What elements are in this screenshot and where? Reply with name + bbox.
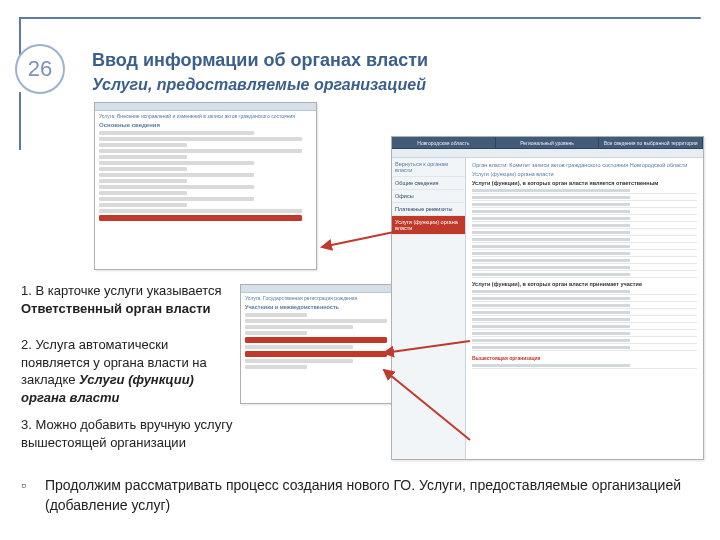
shot2-title: Услуга: Государственная регистрация рожд… bbox=[241, 293, 395, 303]
bottom-paragraph: ▫ Продолжим рассматривать процесс создан… bbox=[21, 476, 700, 515]
top-tabs: Новгородская область Региональный уровен… bbox=[392, 137, 703, 149]
side-rule-bottom bbox=[19, 92, 21, 150]
sidebar-item-payment: Платежные реквизиты bbox=[392, 203, 465, 216]
org-title: Орган власти: Комитет записи актов гражд… bbox=[472, 162, 697, 168]
note-1-bold: Ответственный орган власти bbox=[21, 301, 211, 316]
tab-region: Новгородская область bbox=[392, 137, 496, 148]
shot1-title: Услуга: Внесение исправлений и изменений… bbox=[95, 111, 316, 121]
tab-level: Региональный уровень bbox=[496, 137, 600, 148]
screenshot-service-card: Услуга: Внесение исправлений и изменений… bbox=[94, 102, 317, 270]
sidebar-item-general: Общие сведения bbox=[392, 177, 465, 190]
slide-subtitle: Услуги, предоставляемые организацией bbox=[92, 76, 426, 94]
arrow-1 bbox=[318, 225, 398, 255]
toolbar bbox=[392, 149, 703, 158]
sidebar: Вернуться к органам власти Общие сведени… bbox=[392, 158, 466, 459]
tab-territory: Все сведения по выбранной территории bbox=[599, 137, 703, 148]
screenshot-participants: Услуга: Государственная регистрация рожд… bbox=[240, 284, 396, 404]
group-participates: Услуги (функции), в которых орган власти… bbox=[472, 281, 697, 287]
note-1-text: 1. В карточке услуги указывается bbox=[21, 283, 222, 298]
right-main: Орган власти: Комитет записи актов гражд… bbox=[466, 158, 703, 459]
bullet-icon: ▫ bbox=[21, 476, 45, 496]
shot2-highlight-2 bbox=[245, 351, 387, 357]
header-rule bbox=[19, 17, 701, 19]
shot1-section: Основные сведения bbox=[95, 121, 316, 129]
slide-title: Ввод информации об органах власти bbox=[92, 50, 428, 71]
page-number: 26 bbox=[28, 56, 52, 82]
svg-line-0 bbox=[322, 232, 394, 247]
shot2-section: Участники и межведомственность bbox=[241, 303, 395, 311]
sidebar-item-services-active: Услуги (функции) органа власти bbox=[392, 216, 465, 235]
group-parent-org: Вышестоящая организация bbox=[472, 355, 697, 361]
sidebar-item-offices: Офисы bbox=[392, 190, 465, 203]
screenshot-authority-panel: Новгородская область Региональный уровен… bbox=[391, 136, 704, 460]
bottom-text: Продолжим рассматривать процесс создания… bbox=[45, 476, 700, 515]
services-head: Услуги (функции) органа власти bbox=[472, 171, 697, 177]
shot2-highlight-1 bbox=[245, 337, 387, 343]
page-number-badge: 26 bbox=[15, 44, 65, 94]
group-responsible: Услуги (функции), в которых орган власти… bbox=[472, 180, 697, 186]
shot1-highlight-row bbox=[99, 215, 302, 221]
note-2: 2. Услуга автоматически появляется у орг… bbox=[21, 336, 240, 406]
note-3: 3. Можно добавить вручную услугу вышесто… bbox=[21, 416, 240, 451]
sidebar-back: Вернуться к органам власти bbox=[392, 158, 465, 177]
note-1: 1. В карточке услуги указывается Ответст… bbox=[21, 282, 229, 317]
